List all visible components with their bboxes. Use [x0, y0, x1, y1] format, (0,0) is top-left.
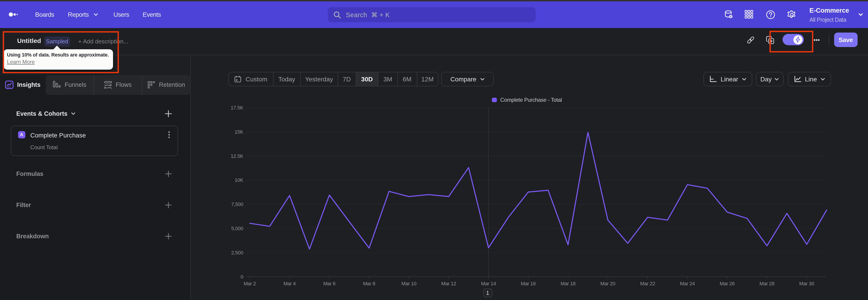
svg-text:Mar 22: Mar 22 — [640, 281, 655, 287]
svg-text:Mar 10: Mar 10 — [401, 281, 416, 287]
svg-text:Mar 16: Mar 16 — [521, 281, 536, 287]
svg-text:2,500: 2,500 — [231, 250, 243, 256]
svg-text:0: 0 — [241, 274, 243, 280]
svg-text:15K: 15K — [235, 129, 243, 135]
svg-text:Mar 28: Mar 28 — [760, 281, 774, 287]
svg-text:Mar 2: Mar 2 — [244, 281, 256, 287]
svg-text:7,500: 7,500 — [231, 202, 243, 207]
svg-text:Mar 30: Mar 30 — [799, 281, 814, 287]
svg-text:5,000: 5,000 — [231, 226, 243, 231]
svg-text:Mar 12: Mar 12 — [441, 281, 456, 287]
svg-text:Mar 26: Mar 26 — [720, 281, 735, 287]
svg-text:Mar 6: Mar 6 — [323, 281, 336, 287]
svg-text:Mar 20: Mar 20 — [600, 281, 615, 287]
svg-text:Mar 14: Mar 14 — [481, 281, 496, 287]
svg-text:12.5K: 12.5K — [231, 153, 243, 159]
svg-text:Mar 8: Mar 8 — [363, 281, 375, 287]
svg-text:Mar 24: Mar 24 — [680, 281, 695, 287]
svg-text:10K: 10K — [235, 177, 243, 183]
svg-text:Mar 4: Mar 4 — [283, 281, 296, 287]
svg-text:Mar 18: Mar 18 — [561, 281, 576, 287]
svg-text:17.5K: 17.5K — [231, 105, 243, 111]
